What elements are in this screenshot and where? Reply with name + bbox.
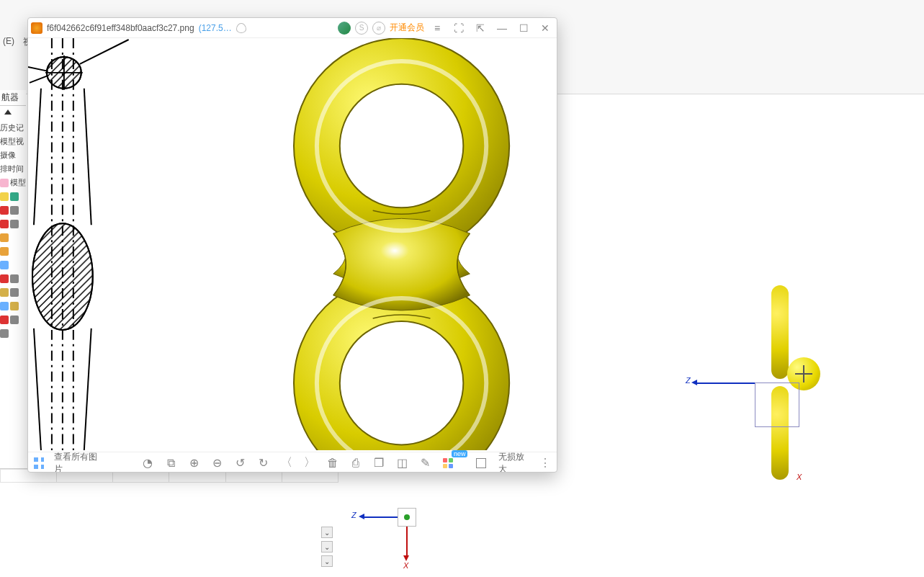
file-name: f6f042662c6f91eff348bf0aacf3c27.png — [47, 23, 194, 33]
tree-item: 排时间 — [0, 162, 26, 176]
tree-item — [0, 258, 26, 272]
data-panel[interactable]: ⌄ ⌄ ⌄ — [0, 468, 338, 577]
collapse-arrow-icon[interactable] — [4, 109, 12, 115]
tree-item: 摄像 — [0, 148, 26, 162]
zoom-in-icon[interactable]: ⊕ — [187, 456, 200, 470]
close-icon[interactable]: ✕ — [537, 19, 554, 37]
tree-item: 模型 — [0, 176, 26, 189]
app-icon — [31, 22, 42, 34]
model-tree[interactable]: 历史记 模型视 摄像 排时间 模型 — [0, 121, 26, 496]
tree-item — [0, 217, 26, 231]
timer-icon[interactable]: ◔ — [141, 456, 154, 470]
cloud-upload-icon[interactable] — [236, 23, 246, 33]
edit-icon[interactable]: ✎ — [418, 456, 431, 470]
tree-item — [0, 285, 26, 299]
vip-button[interactable]: 开通会员 — [390, 22, 424, 34]
maximize-icon[interactable]: ☐ — [515, 19, 532, 37]
compare-icon[interactable]: ◫ — [395, 456, 408, 470]
dropdown-icon[interactable]: ⌄ — [321, 541, 333, 553]
titlebar[interactable]: f6f042662c6f91eff348bf0aacf3c27.png (127… — [28, 18, 557, 38]
tree-item — [0, 326, 26, 340]
svg-line-15 — [84, 328, 91, 451]
minimize-icon[interactable]: — — [493, 19, 511, 37]
tree-item — [0, 244, 26, 258]
prev-icon[interactable]: 〈 — [280, 456, 293, 470]
svg-line-13 — [84, 89, 91, 225]
grid-icon[interactable] — [34, 457, 44, 469]
tree-item — [0, 272, 26, 285]
dropdown-icon[interactable]: ⌄ — [321, 555, 333, 567]
pin-icon[interactable]: ⇱ — [472, 19, 489, 37]
avatar-icon[interactable] — [338, 22, 351, 35]
dropdown-icon[interactable]: ⌄ — [321, 527, 333, 538]
menu-icon[interactable]: ≡ — [429, 19, 446, 37]
tree-item — [0, 203, 26, 217]
view-all-button[interactable]: 查看所有图片 — [54, 451, 101, 473]
print-icon[interactable]: ⎙ — [349, 456, 362, 470]
tree-item: 历史记 — [0, 121, 26, 135]
more-icon[interactable]: ⋮ — [539, 456, 551, 470]
apps-icon[interactable] — [441, 456, 454, 470]
image-viewer-window: f6f042662c6f91eff348bf0aacf3c27.png (127… — [27, 17, 557, 473]
svg-line-14 — [34, 328, 41, 451]
tree-item: 模型视 — [0, 135, 26, 148]
navigator-title: 航器 — [0, 90, 26, 106]
svg-line-7 — [80, 40, 129, 64]
next-icon[interactable]: 〉 — [303, 456, 316, 470]
file-size: (127.5… — [199, 23, 232, 33]
coordinate-system: Z X — [690, 379, 805, 451]
tree-item — [0, 313, 26, 326]
svg-line-8 — [30, 76, 48, 83]
zoom-out-icon[interactable]: ⊖ — [210, 456, 223, 470]
copy-icon[interactable]: ❐ — [372, 456, 385, 470]
reference-drawing — [28, 38, 557, 450]
tree-item — [0, 299, 26, 313]
fullscreen-icon[interactable]: ⛶ — [450, 19, 467, 37]
svg-point-17 — [340, 84, 464, 208]
lossless-zoom-button[interactable]: 无损放大 — [498, 451, 529, 473]
rotate-left-icon[interactable]: ↺ — [233, 456, 246, 470]
expand-icon[interactable] — [475, 456, 488, 470]
scan-icon[interactable]: ⌀ — [372, 22, 385, 35]
crop-icon[interactable]: ⧉ — [164, 456, 177, 470]
menu-item[interactable]: (E) — [0, 35, 17, 50]
s-circle-icon[interactable]: S — [355, 22, 368, 35]
trash-icon[interactable]: 🗑 — [326, 456, 339, 470]
image-canvas[interactable] — [28, 38, 557, 452]
view-axes[interactable]: Z X — [360, 501, 432, 558]
svg-line-9 — [28, 67, 48, 71]
svg-point-19 — [340, 321, 464, 445]
tree-item — [0, 231, 26, 244]
svg-line-12 — [34, 89, 41, 225]
tree-item — [0, 189, 26, 203]
viewer-toolbar: 查看所有图片 ◔ ⧉ ⊕ ⊖ ↺ ↻ 〈 〉 🗑 ⎙ ❐ ◫ ✎ 无损放大 ⋮ — [28, 452, 557, 473]
rotate-right-icon[interactable]: ↻ — [256, 456, 269, 470]
